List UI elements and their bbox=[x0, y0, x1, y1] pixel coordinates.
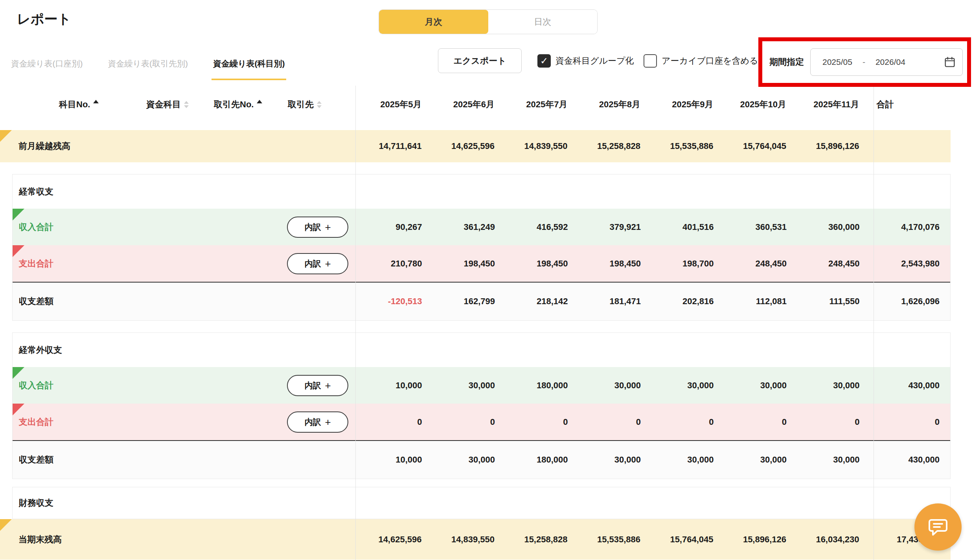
breakdown-button[interactable]: 内訳+ bbox=[287, 411, 348, 433]
plus-icon: + bbox=[325, 259, 331, 269]
row-label-cell: 経常外収支 bbox=[13, 333, 356, 367]
archive-checkbox-label: アーカイブ口座を含める bbox=[662, 55, 758, 67]
cell-value: 15,258,828 bbox=[501, 534, 574, 545]
group-checkbox[interactable]: ✓ bbox=[537, 54, 551, 68]
label-columns-header: 科目No. 資金科目 取引先No. 取引先 bbox=[0, 86, 355, 123]
row-label: 前月繰越残高 bbox=[18, 140, 70, 152]
corner-triangle-icon bbox=[0, 130, 12, 142]
row-label-cell: 収入合計内訳+ bbox=[13, 367, 356, 404]
cell-value: 360,531 bbox=[721, 222, 794, 232]
table-row: 収入合計内訳+10,00030,000180,00030,00030,00030… bbox=[13, 367, 950, 404]
row-label-cell: 当期末残高 bbox=[0, 519, 355, 560]
column-divider bbox=[355, 86, 356, 560]
cell-value: 15,764,045 bbox=[720, 141, 793, 151]
table-header-row: 科目No. 資金科目 取引先No. 取引先 2025年5月 2025年6月 20… bbox=[0, 86, 951, 123]
cell-total-value: 0 bbox=[866, 417, 951, 427]
cell-value: 30,000 bbox=[575, 455, 648, 465]
period-label: 期間指定 bbox=[769, 56, 804, 68]
period-separator: - bbox=[863, 57, 865, 67]
cell-value: 198,700 bbox=[647, 259, 721, 269]
breakdown-button[interactable]: 内訳+ bbox=[287, 375, 348, 396]
col-client[interactable]: 取引先 bbox=[288, 99, 322, 110]
cell-value: 14,711,641 bbox=[355, 141, 429, 151]
sort-both-icon bbox=[317, 101, 322, 108]
section-card: 財務収支 bbox=[12, 487, 951, 519]
section-label: 経常外収支 bbox=[19, 344, 62, 356]
cell-value: 16,034,230 bbox=[793, 534, 866, 545]
corner-triangle-icon bbox=[13, 209, 24, 220]
cell-value: 30,000 bbox=[647, 455, 721, 465]
cell-value: 0 bbox=[356, 417, 429, 427]
cell-value: 0 bbox=[721, 417, 794, 427]
report-tabs: 資金繰り表(口座別) 資金繰り表(取引先別) 資金繰り表(科目別) bbox=[9, 50, 286, 80]
table-row: 前月繰越残高14,711,64114,625,59614,839,55015,2… bbox=[0, 130, 951, 162]
cell-value: 210,780 bbox=[356, 259, 429, 269]
month-header: 2025年10月 bbox=[720, 99, 793, 110]
cell-value: 30,000 bbox=[429, 455, 502, 465]
plus-icon: + bbox=[325, 380, 331, 391]
cell-value: 360,000 bbox=[793, 222, 866, 232]
row-label-cell: 経常収支 bbox=[13, 174, 356, 209]
section-label: 財務収支 bbox=[19, 497, 53, 509]
tab-cashflow-by-client[interactable]: 資金繰り表(取引先別) bbox=[106, 50, 189, 80]
cell-value: 218,142 bbox=[502, 296, 575, 307]
cell-value: 162,799 bbox=[429, 296, 502, 307]
row-label: 収支差額 bbox=[19, 296, 53, 307]
cell-value: 0 bbox=[429, 417, 502, 427]
cell-value: 30,000 bbox=[793, 455, 866, 465]
plus-icon: + bbox=[325, 222, 331, 232]
section-card: 経常収支収入合計内訳+90,267361,249416,592379,92140… bbox=[12, 174, 951, 321]
cell-value: 15,764,045 bbox=[647, 534, 720, 545]
col-client-label: 取引先 bbox=[288, 99, 314, 110]
col-fund-subject[interactable]: 資金科目 bbox=[146, 99, 189, 110]
view-toggle: 月次 日次 bbox=[379, 9, 598, 34]
row-label-cell: 財務収支 bbox=[13, 487, 356, 519]
archive-checkbox-row: アーカイブ口座を含める bbox=[644, 54, 758, 68]
corner-triangle-icon bbox=[13, 367, 24, 379]
row-label-cell: 支出合計内訳+ bbox=[13, 404, 356, 440]
breakdown-button[interactable]: 内訳+ bbox=[287, 217, 348, 238]
table-row: 収入合計内訳+90,267361,249416,592379,921401,51… bbox=[13, 209, 950, 245]
breakdown-label: 内訳 bbox=[304, 258, 321, 269]
cell-value: 15,258,828 bbox=[574, 141, 647, 151]
month-header: 2025年9月 bbox=[647, 99, 720, 110]
cell-value: 30,000 bbox=[721, 380, 794, 391]
row-label: 支出合計 bbox=[19, 416, 53, 428]
toggle-monthly-button[interactable]: 月次 bbox=[379, 10, 488, 34]
row-label: 当期末残高 bbox=[18, 534, 62, 545]
month-header: 2025年8月 bbox=[574, 99, 647, 110]
month-header: 2025年6月 bbox=[429, 99, 502, 110]
section-label: 経常収支 bbox=[19, 186, 53, 198]
toggle-daily-button[interactable]: 日次 bbox=[488, 10, 598, 34]
date-range-input[interactable]: 2025/05 - 2026/04 bbox=[810, 48, 963, 76]
cell-value: 198,450 bbox=[429, 259, 502, 269]
cell-value: 10,000 bbox=[356, 380, 429, 391]
row-label: 収入合計 bbox=[19, 221, 53, 233]
month-header: 2025年5月 bbox=[355, 99, 429, 110]
archive-checkbox[interactable] bbox=[644, 54, 657, 68]
cell-value: 198,450 bbox=[575, 259, 648, 269]
col-client-no[interactable]: 取引先No. bbox=[214, 99, 262, 110]
cell-value: 30,000 bbox=[793, 380, 866, 391]
group-checkbox-label: 資金科目グループ化 bbox=[555, 55, 634, 67]
col-subject-no[interactable]: 科目No. bbox=[59, 99, 99, 110]
cell-value: 180,000 bbox=[502, 455, 575, 465]
tab-cashflow-by-category[interactable]: 資金繰り表(科目別) bbox=[212, 50, 286, 80]
breakdown-button[interactable]: 内訳+ bbox=[287, 253, 348, 274]
section-card: 経常外収支収入合計内訳+10,00030,000180,00030,00030,… bbox=[12, 332, 951, 479]
cell-value: 15,896,126 bbox=[793, 141, 866, 151]
tab-cashflow-by-account[interactable]: 資金繰り表(口座別) bbox=[9, 50, 84, 80]
cell-value: 0 bbox=[502, 417, 575, 427]
cell-value: 248,450 bbox=[721, 259, 794, 269]
corner-triangle-icon bbox=[13, 245, 24, 257]
corner-triangle-icon bbox=[13, 404, 24, 415]
sort-asc-icon bbox=[257, 100, 262, 103]
cell-value: 30,000 bbox=[721, 455, 794, 465]
total-column-header: 合計 bbox=[866, 99, 951, 110]
cell-value: 379,921 bbox=[575, 222, 648, 232]
cell-value: 15,535,886 bbox=[647, 141, 720, 151]
plus-icon: + bbox=[325, 417, 331, 427]
export-button[interactable]: エクスポート bbox=[438, 48, 522, 73]
row-label: 収支差額 bbox=[19, 454, 53, 466]
chat-button[interactable] bbox=[914, 503, 962, 551]
